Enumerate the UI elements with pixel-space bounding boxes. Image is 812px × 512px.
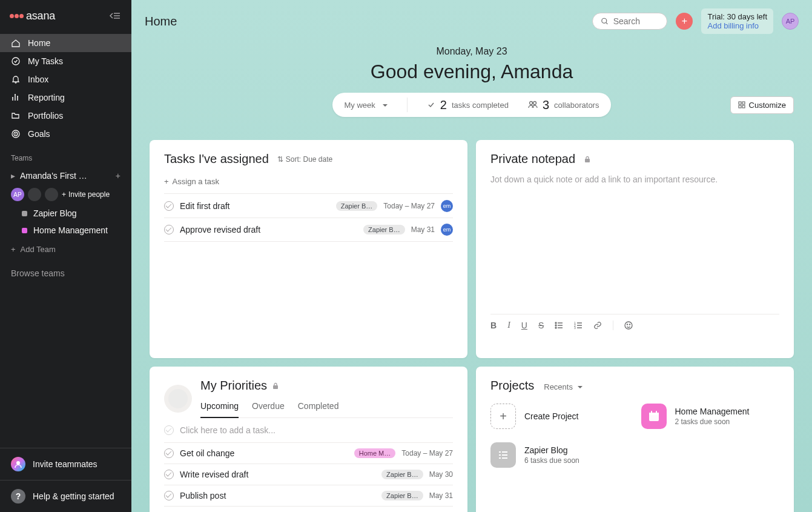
add-task-input[interactable]: Click here to add a task... — [164, 418, 453, 443]
add-team-button[interactable]: + Add Team — [0, 239, 131, 260]
notepad-title: Private notepad — [490, 152, 575, 166]
chart-icon — [11, 93, 21, 102]
underline-button[interactable]: U — [521, 321, 527, 330]
svg-rect-15 — [585, 159, 590, 162]
project-card[interactable]: Home Management2 tasks due soon — [641, 404, 780, 429]
projects-card: Projects Recents +Create Project Home Ma… — [476, 367, 794, 512]
avatar-placeholder — [28, 188, 41, 201]
tasks-completed-label: tasks completed — [452, 101, 509, 110]
invite-people-button[interactable]: + Invite people — [62, 190, 110, 199]
sort-button[interactable]: ⇅ Sort: Due date — [277, 155, 332, 164]
task-row[interactable]: Edit first draft Zapier B… Today – May 2… — [164, 194, 453, 218]
nav-item-my-tasks[interactable]: My Tasks — [0, 52, 131, 70]
link-button[interactable] — [593, 321, 602, 330]
add-task-placeholder: Click here to add a task... — [180, 425, 276, 435]
tab-completed[interactable]: Completed — [298, 397, 339, 418]
period-selector[interactable]: My week — [345, 101, 388, 110]
assign-task-label: Assign a task — [173, 177, 219, 186]
chevron-down-icon — [380, 101, 388, 110]
customize-icon — [738, 101, 745, 108]
nav-item-portfolios[interactable]: Portfolios — [0, 107, 131, 125]
task-row[interactable]: Approve revised draft Zapier B… May 31 e… — [164, 218, 453, 242]
projects-filter[interactable]: Recents — [544, 382, 582, 391]
nav-label: Home — [28, 38, 50, 48]
plus-icon: + — [62, 190, 66, 199]
chevron-down-icon — [575, 382, 583, 391]
project-pill[interactable]: Zapier B… — [363, 225, 405, 234]
sidebar-project[interactable]: Home Management — [0, 222, 131, 239]
task-name: Get oil change — [180, 448, 348, 458]
svg-point-6 — [15, 133, 16, 135]
project-name: Home Management — [675, 407, 750, 416]
check-circle-icon — [11, 56, 21, 66]
notepad-toolbar: B I U S 123 — [490, 314, 779, 330]
number-list-button[interactable]: 123 — [574, 321, 583, 330]
collapse-sidebar-button[interactable] — [107, 8, 122, 23]
period-label: My week — [345, 101, 375, 110]
help-button[interactable]: ? Help & getting started — [0, 480, 131, 512]
task-checkbox[interactable] — [164, 225, 174, 234]
add-billing-link[interactable]: Add billing info — [707, 21, 767, 30]
task-checkbox[interactable] — [164, 470, 174, 479]
user-avatar[interactable]: AP — [782, 13, 799, 30]
task-checkbox[interactable] — [164, 448, 174, 458]
search-box[interactable] — [592, 13, 667, 30]
italic-button[interactable]: I — [507, 321, 510, 330]
project-icon — [490, 442, 516, 468]
collaborators-count: 3 — [543, 98, 549, 112]
nav-item-inbox[interactable]: Inbox — [0, 70, 131, 88]
logo[interactable]: asana — [10, 10, 55, 22]
assign-task-button[interactable]: + Assign a task — [164, 175, 453, 194]
create-button[interactable]: + — [676, 13, 693, 30]
task-row[interactable]: Publish post Zapier B… May 31 — [164, 485, 453, 507]
collaborators-stat: 3 collaborators — [528, 98, 599, 112]
add-team-label: Add Team — [21, 245, 56, 254]
project-pill[interactable]: Zapier B… — [381, 470, 423, 479]
project-pill[interactable]: Zapier B… — [336, 201, 378, 211]
check-icon — [164, 425, 174, 435]
nav-item-home[interactable]: Home — [0, 34, 131, 52]
tab-upcoming[interactable]: Upcoming — [200, 397, 239, 418]
add-to-team-button[interactable]: + — [116, 171, 120, 181]
customize-label: Customize — [749, 101, 786, 110]
bold-button[interactable]: B — [490, 321, 497, 330]
team-row[interactable]: ▸ Amanda's First … + — [0, 167, 131, 184]
sidebar-project[interactable]: Zapier Blog — [0, 205, 131, 222]
assignee-avatar[interactable]: em — [441, 224, 453, 236]
browse-teams-link[interactable]: Browse teams — [0, 260, 131, 287]
people-icon — [528, 101, 538, 109]
task-checkbox[interactable] — [164, 491, 174, 500]
nav-item-reporting[interactable]: Reporting — [0, 88, 131, 107]
svg-point-0 — [12, 58, 19, 65]
notepad-textarea[interactable]: Jot down a quick note or add a link to a… — [490, 175, 779, 314]
project-card[interactable]: Zapier Blog6 tasks due soon — [490, 442, 629, 468]
project-pill[interactable]: Zapier B… — [381, 491, 423, 500]
svg-rect-12 — [742, 102, 745, 104]
nav-item-goals[interactable]: Goals — [0, 125, 131, 143]
emoji-button[interactable] — [624, 321, 633, 330]
collapse-icon — [109, 12, 120, 20]
svg-rect-30 — [499, 451, 501, 453]
project-pill[interactable]: Home M… — [354, 448, 396, 458]
strikethrough-button[interactable]: S — [538, 321, 544, 330]
assignee-avatar[interactable]: em — [441, 200, 453, 212]
sidebar: asana HomeMy TasksInboxReportingPortfoli… — [0, 0, 131, 512]
bullet-list-button[interactable] — [555, 321, 563, 330]
task-row[interactable]: Write revised draft Zapier B… May 30 — [164, 464, 453, 485]
invite-teammates-button[interactable]: Invite teammates — [0, 448, 131, 480]
task-date: May 31 — [429, 491, 453, 500]
projects-title: Projects — [490, 379, 534, 393]
create-project-button[interactable]: +Create Project — [490, 404, 629, 429]
task-checkbox[interactable] — [164, 201, 174, 211]
task-row[interactable]: Get oil change Home M… Today – May 27 — [164, 443, 453, 464]
search-input[interactable] — [613, 16, 659, 26]
tab-overdue[interactable]: Overdue — [252, 397, 285, 418]
tasks-completed-stat: 2 tasks completed — [427, 98, 509, 112]
svg-rect-33 — [502, 454, 507, 456]
project-name: Zapier Blog — [524, 445, 579, 455]
invite-icon — [11, 457, 25, 471]
avatar[interactable]: AP — [11, 188, 24, 201]
customize-button[interactable]: Customize — [730, 96, 794, 114]
task-row[interactable]: Give Ouija heartworm medicine Home M… Ju… — [164, 507, 453, 512]
priorities-title: My Priorities — [200, 379, 267, 393]
